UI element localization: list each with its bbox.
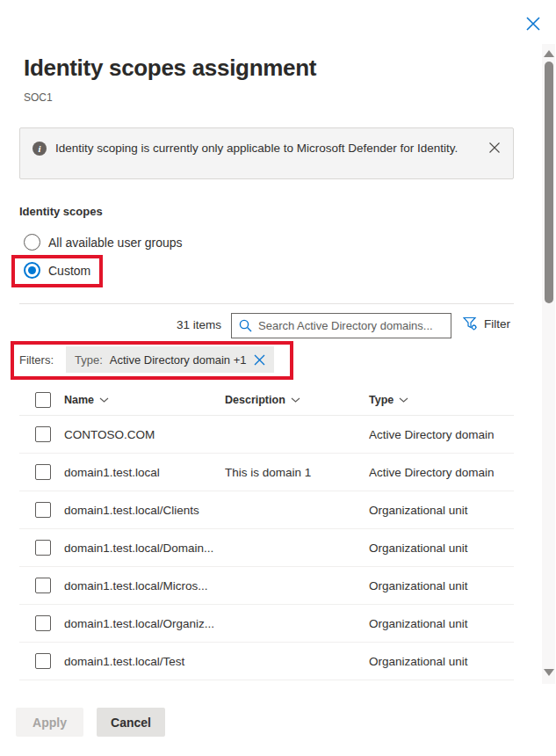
row-type: Organizational unit	[369, 579, 514, 592]
row-checkbox[interactable]	[35, 540, 51, 556]
close-icon[interactable]	[525, 16, 541, 32]
row-checkbox[interactable]	[35, 653, 51, 669]
row-type: Organizational unit	[369, 542, 514, 555]
identity-scopes-label: Identity scopes	[19, 205, 103, 218]
radio-custom[interactable]: Custom	[24, 262, 90, 279]
table-row[interactable]: domain1.test.local/ClientsOrganizational…	[19, 491, 514, 529]
filter-chip-value: Active Directory domain +1	[110, 353, 247, 367]
scroll-up-icon[interactable]	[544, 50, 554, 57]
row-checkbox[interactable]	[35, 578, 51, 593]
select-all-checkbox[interactable]	[35, 392, 51, 408]
section-divider	[19, 303, 514, 304]
chevron-down-icon	[399, 397, 408, 403]
search-icon	[239, 319, 252, 332]
filter-chip-remove-icon[interactable]	[254, 354, 265, 366]
radio-circle[interactable]	[24, 234, 40, 251]
filters-label: Filters:	[19, 353, 54, 367]
banner-message: Identity scoping is currently only appli…	[55, 140, 459, 157]
table-row[interactable]: domain1.test.local/Micros...Organization…	[19, 567, 514, 605]
table-body: CONTOSO.COMActive Directory domaindomain…	[19, 416, 514, 680]
table-row[interactable]: domain1.test.local/TestOrganizational un…	[19, 643, 514, 680]
row-checkbox[interactable]	[35, 502, 51, 518]
scrollbar-thumb[interactable]	[545, 62, 553, 303]
row-name: CONTOSO.COM	[64, 428, 225, 441]
page-subtitle: SOC1	[24, 91, 53, 104]
column-header-description[interactable]: Description	[225, 394, 369, 406]
chevron-down-icon	[291, 397, 300, 403]
row-name: domain1.test.local/Organiz...	[64, 617, 225, 630]
radio-circle[interactable]	[24, 262, 40, 279]
column-header-type[interactable]: Type	[369, 394, 514, 406]
row-checkbox[interactable]	[35, 464, 51, 480]
identity-scopes-panel: Identity scopes assignment SOC1 i Identi…	[0, 0, 556, 756]
filter-chip[interactable]: Type: Active Directory domain +1	[66, 346, 274, 373]
row-type: Active Directory domain	[369, 428, 514, 441]
row-name: domain1.test.local/Test	[64, 655, 225, 668]
table-header: Name Description Type	[19, 385, 514, 416]
row-name: domain1.test.local/Domain...	[64, 542, 225, 555]
table-row[interactable]: domain1.test.local/Domain...Organization…	[19, 529, 514, 567]
items-count: 31 items	[172, 318, 221, 331]
filter-chip-prefix: Type:	[75, 353, 103, 367]
scopes-table: Name Description Type CONTOSO.COMActive …	[19, 385, 514, 680]
table-row[interactable]: domain1.test.localThis is domain 1Active…	[19, 454, 514, 491]
filter-label: Filter	[484, 317, 510, 331]
apply-button[interactable]: Apply	[16, 708, 83, 737]
filter-icon	[463, 316, 478, 331]
chevron-down-icon	[99, 397, 109, 403]
row-checkbox[interactable]	[35, 615, 51, 631]
info-icon: i	[32, 142, 47, 156]
row-type: Active Directory domain	[369, 466, 514, 479]
row-name: domain1.test.local/Micros...	[64, 579, 225, 592]
row-type: Organizational unit	[369, 617, 514, 630]
filter-button[interactable]: Filter	[463, 316, 510, 331]
scroll-down-icon[interactable]	[544, 669, 554, 676]
search-box[interactable]	[231, 313, 451, 338]
column-header-name[interactable]: Name	[64, 394, 225, 406]
info-banner: i Identity scoping is currently only app…	[19, 127, 514, 179]
row-checkbox[interactable]	[35, 426, 51, 442]
table-row[interactable]: CONTOSO.COMActive Directory domain	[19, 416, 514, 454]
row-name: domain1.test.local	[64, 466, 225, 479]
row-name: domain1.test.local/Clients	[64, 504, 225, 517]
row-type: Organizational unit	[369, 504, 514, 517]
table-row[interactable]: domain1.test.local/Organiz...Organizatio…	[19, 605, 514, 643]
radio-label: All available user groups	[48, 236, 183, 250]
banner-dismiss-icon[interactable]	[488, 142, 501, 154]
radio-all-user-groups[interactable]: All available user groups	[24, 234, 183, 251]
cancel-button[interactable]: Cancel	[97, 708, 165, 737]
page-title: Identity scopes assignment	[24, 55, 316, 82]
radio-label: Custom	[48, 264, 90, 278]
row-description: This is domain 1	[225, 466, 369, 479]
row-type: Organizational unit	[369, 655, 514, 668]
search-input[interactable]	[258, 319, 444, 332]
scrollbar[interactable]	[542, 44, 555, 684]
